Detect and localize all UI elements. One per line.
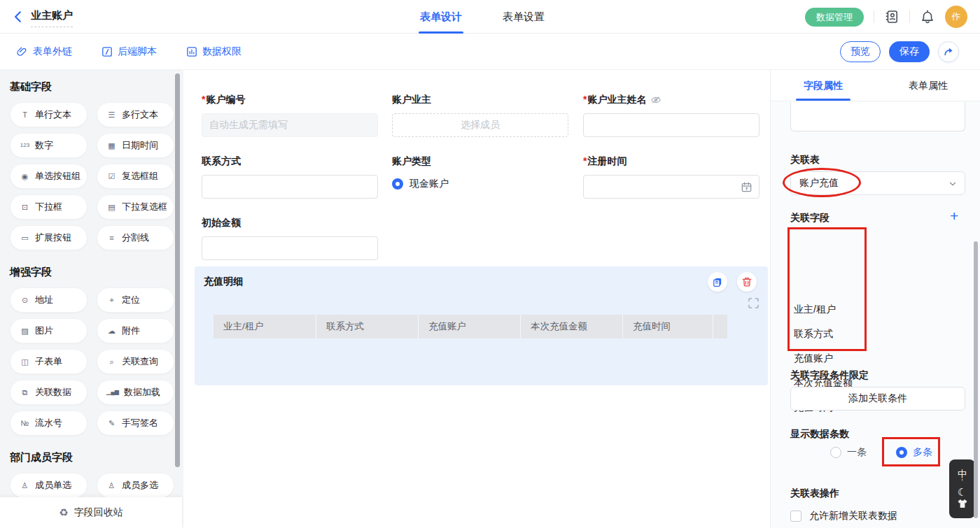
- radio-option-single[interactable]: 一条: [830, 446, 867, 459]
- account-type-radio-cash[interactable]: 现金账户: [392, 178, 568, 190]
- sidebar-item-number[interactable]: 123数字: [10, 133, 88, 158]
- toolbar-actions: 预览 保存: [840, 34, 959, 70]
- user-avatar[interactable]: 作: [945, 6, 967, 28]
- member-multi-icon: ♙: [106, 482, 117, 490]
- sidebar-item-subform[interactable]: ◫子表单: [10, 349, 88, 374]
- form-external-link-button[interactable]: 表单外链: [17, 45, 72, 58]
- subform-column-header: 联系方式: [316, 315, 419, 338]
- initial-amount-input[interactable]: [202, 236, 378, 260]
- allow-add-related-checkbox[interactable]: 允许新增关联表数据: [790, 510, 897, 522]
- calendar-icon: [741, 181, 752, 193]
- sidebar-section-grid: T单行文本☰多行文本123数字▦日期时间◉单选按钮组☑复选框组⊡下拉框▤下拉复选…: [10, 102, 175, 250]
- sidebar-item-label: 单选按钮组: [35, 170, 80, 183]
- field-account-number[interactable]: *账户编号 自动生成无需填写: [202, 93, 378, 137]
- sidebar-item-datetime[interactable]: ▦日期时间: [97, 133, 174, 158]
- display-count-options: 一条 多条: [771, 446, 980, 459]
- related-table-select[interactable]: 账户充值: [790, 171, 965, 195]
- panel-scrollbar[interactable]: [974, 241, 978, 518]
- backend-script-button[interactable]: 后端脚本: [102, 45, 157, 58]
- serial-number-icon: №: [20, 420, 30, 427]
- save-button[interactable]: 保存: [889, 41, 930, 62]
- related-field-item[interactable]: 联系方式: [792, 322, 932, 346]
- sidebar-item-attachment[interactable]: ☁附件: [97, 318, 174, 343]
- sidebar-item-radio-group[interactable]: ◉单选按钮组: [10, 164, 88, 189]
- sidebar-item-member-multi[interactable]: ♙成员多选: [97, 473, 174, 498]
- sidebar-item-dropdown[interactable]: ⊡下拉框: [10, 194, 88, 220]
- trash-icon: [741, 276, 752, 287]
- related-field-item[interactable]: 业主/租户: [792, 297, 932, 322]
- sidebar-item-image[interactable]: ▨图片: [10, 318, 88, 343]
- field-owner-name[interactable]: *账户业主姓名: [583, 93, 760, 137]
- subform-title: 充值明细: [204, 276, 243, 288]
- owner-name-input[interactable]: [583, 113, 760, 137]
- chevron-left-icon: [11, 10, 25, 24]
- linked-data-icon: ⧉: [20, 389, 30, 397]
- contact-book-button[interactable]: [884, 9, 899, 24]
- field-recycle-bin-button[interactable]: ♻ 字段回收站: [0, 497, 182, 528]
- field-register-time[interactable]: *注册时间: [583, 155, 760, 199]
- field-contact[interactable]: 联系方式: [202, 155, 378, 199]
- sidebar-item-dropdown-multi[interactable]: ▤下拉复选框: [97, 194, 174, 220]
- sidebar-item-multi-line-text[interactable]: ☰多行文本: [97, 102, 174, 127]
- panel-tabs: 字段属性 表单属性: [771, 70, 980, 101]
- sidebar-sections: 基础字段T单行文本☰多行文本123数字▦日期时间◉单选按钮组☑复选框组⊡下拉框▤…: [10, 80, 175, 528]
- page-title[interactable]: 业主账户: [31, 9, 73, 27]
- field-account-owner[interactable]: 账户业主 选择成员: [392, 93, 568, 137]
- field-title-input-partial[interactable]: [790, 102, 965, 131]
- data-manage-button[interactable]: 数据管理: [805, 8, 864, 27]
- sidebar-item-label: 子表单: [35, 355, 62, 368]
- data-permission-button[interactable]: 数据权限: [186, 45, 241, 58]
- single-line-text-icon: T: [20, 111, 30, 119]
- subform-copy-button[interactable]: [708, 272, 727, 292]
- account-number-input[interactable]: 自动生成无需填写: [202, 113, 378, 137]
- register-time-input[interactable]: [583, 175, 760, 199]
- tab-field-properties[interactable]: 字段属性: [771, 70, 876, 101]
- ime-theme-widget[interactable]: 中 ʼ ☾: [949, 459, 975, 518]
- subform-select-handle[interactable]: [748, 297, 760, 309]
- share-button[interactable]: [938, 41, 959, 62]
- subform-column-header: [713, 315, 727, 338]
- app-header: 业主账户 表单设计 表单设置 数据管理: [0, 0, 980, 34]
- notification-button[interactable]: [920, 9, 935, 24]
- related-field-item[interactable]: 充值账户: [792, 346, 932, 371]
- field-initial-amount[interactable]: 初始金额: [202, 216, 378, 260]
- add-condition-button[interactable]: 添加关联条件: [790, 387, 965, 411]
- sidebar-item-checkbox-group[interactable]: ☑复选框组: [97, 164, 174, 189]
- field-label: 初始金额: [202, 216, 378, 230]
- tab-form-design[interactable]: 表单设计: [420, 0, 462, 34]
- sidebar-item-data-load[interactable]: ▁▄▆数据加载: [97, 380, 174, 405]
- field-library-sidebar: 基础字段T单行文本☰多行文本123数字▦日期时间◉单选按钮组☑复选框组⊡下拉框▤…: [0, 70, 183, 528]
- sidebar-item-signature[interactable]: ✎手写签名: [97, 411, 174, 436]
- sidebar-item-address[interactable]: ⊙地址: [10, 287, 88, 313]
- subform-recharge-detail[interactable]: 充值明细 业主/租户联系方式充值账户本次充: [195, 266, 768, 385]
- header-actions: 数据管理 作: [805, 0, 967, 34]
- signature-icon: ✎: [106, 420, 117, 427]
- contact-input[interactable]: [202, 175, 378, 199]
- sidebar-item-label: 分割线: [122, 231, 149, 244]
- sidebar-section-title: 部门成员字段: [10, 451, 175, 464]
- sidebar-item-label: 地址: [35, 294, 53, 306]
- placeholder-text: 自动生成无需填写: [209, 119, 288, 131]
- preview-button[interactable]: 预览: [840, 41, 881, 62]
- radio-option-multiple[interactable]: 多条: [896, 446, 932, 459]
- dropdown-icon: ⊡: [20, 204, 30, 211]
- sidebar-item-linked-query[interactable]: ⌕关联查询: [97, 349, 174, 374]
- field-account-type[interactable]: 账户类型 现金账户: [392, 155, 568, 190]
- sidebar-item-locate[interactable]: ⌖定位: [97, 287, 174, 313]
- sidebar-scrollbar[interactable]: [175, 73, 180, 467]
- subform-delete-button[interactable]: [737, 272, 757, 292]
- tab-form-settings[interactable]: 表单设置: [503, 0, 545, 34]
- back-button[interactable]: [11, 10, 25, 24]
- sidebar-item-divider-line[interactable]: ≡分割线: [97, 225, 174, 250]
- sidebar-item-extend-button[interactable]: ▭扩展按钮: [10, 225, 88, 250]
- subform-icon: ◫: [20, 358, 30, 366]
- tab-form-properties[interactable]: 表单属性: [876, 70, 980, 101]
- field-label: 账户类型: [392, 155, 568, 169]
- ime-chinese-indicator: 中: [958, 469, 967, 479]
- sidebar-item-linked-data[interactable]: ⧉关联数据: [10, 380, 88, 405]
- sidebar-item-member-single[interactable]: ♙成员单选: [10, 473, 88, 498]
- sidebar-item-single-line-text[interactable]: T单行文本: [10, 102, 88, 127]
- sidebar-item-serial-number[interactable]: №流水号: [10, 411, 88, 436]
- account-owner-member-picker[interactable]: 选择成员: [392, 113, 568, 137]
- add-related-field-button[interactable]: +: [950, 208, 958, 223]
